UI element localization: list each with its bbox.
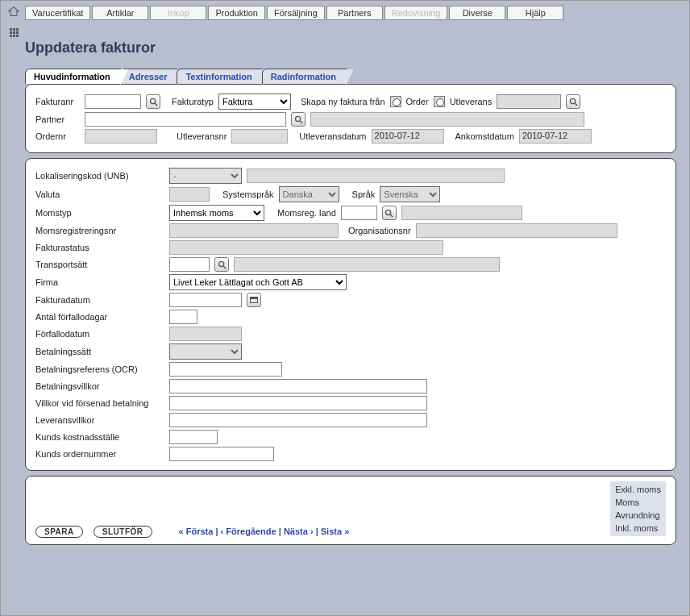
skapa-label: Skapa ny faktura från xyxy=(301,97,385,106)
partner-input[interactable] xyxy=(85,112,286,127)
kunds-kostnad-label: Kunds kostnadsställe xyxy=(35,432,164,442)
transportsatt-lookup[interactable] xyxy=(214,257,229,272)
valuta-display xyxy=(169,187,210,202)
tab-huvudinformation[interactable]: Huvudinformation xyxy=(25,69,121,84)
lokaliseringskod-display xyxy=(247,169,505,183)
firma-select[interactable]: Livet Leker Lättlagat och Gott AB xyxy=(169,274,347,290)
partner-lookup[interactable] xyxy=(291,112,306,127)
fakturadatum-input[interactable] xyxy=(169,293,242,307)
footer-panel: Exkl. moms Moms Avrundning Inkl. moms SP… xyxy=(25,476,676,545)
fakturatyp-label: Fakturatyp xyxy=(172,97,214,106)
pager-last[interactable]: Sista » xyxy=(321,527,349,536)
leveransvillkor-label: Leveransvillkor xyxy=(35,415,164,425)
totals-moms: Moms xyxy=(615,496,661,509)
antal-forfallodagar-input[interactable] xyxy=(169,310,197,324)
home-icon[interactable] xyxy=(7,6,20,19)
utleverans-lookup[interactable] xyxy=(566,94,580,109)
svg-line-3 xyxy=(575,103,577,106)
momsreg-land-display xyxy=(401,206,522,220)
menu-partners[interactable]: Partners xyxy=(326,6,383,20)
menu-hjalp[interactable]: Hjälp xyxy=(507,6,563,20)
forfallodatum-label: Förfallodatum xyxy=(35,329,164,339)
betalningsvillkor-input[interactable] xyxy=(169,379,427,393)
menu-inkop: Inköp xyxy=(150,6,206,20)
order-radio[interactable] xyxy=(390,96,401,107)
kunds-kostnad-input[interactable] xyxy=(169,430,218,444)
page-title: Uppdatera fakturor xyxy=(25,40,684,56)
systemsprak-select: Danska xyxy=(279,186,339,202)
apps-icon[interactable] xyxy=(10,28,19,37)
utleveransdatum-display: 2010-07-12 xyxy=(372,129,444,144)
tab-adresser[interactable]: Adresser xyxy=(120,69,178,84)
spara-button[interactable]: SPARA xyxy=(35,526,83,538)
betalningssatt-select[interactable] xyxy=(169,343,242,360)
villkor-forsenad-input[interactable] xyxy=(169,396,427,410)
svg-point-4 xyxy=(295,116,300,121)
utleveransnr-label: Utleveransnr xyxy=(177,131,227,141)
partner-label: Partner xyxy=(35,114,80,124)
betalningsreferens-input[interactable] xyxy=(169,362,282,377)
momsreg-land-label: Momsreg. land xyxy=(277,208,336,218)
fakturatyp-select[interactable]: Faktura xyxy=(218,94,291,110)
transportsatt-label: Transportsätt xyxy=(35,260,164,269)
antal-forfallodagar-label: Antal förfallodagar xyxy=(35,312,164,322)
organisationsnr-label: Organisationsnr xyxy=(348,226,411,235)
fakturanr-lookup[interactable] xyxy=(146,94,160,109)
header-panel: Fakturanr Fakturatyp Faktura Skapa ny fa… xyxy=(25,84,676,153)
tab-bar: Huvudinformation Adresser Textinformatio… xyxy=(25,66,684,84)
menu-forsaljning[interactable]: Försäljning xyxy=(267,6,325,20)
svg-line-5 xyxy=(300,121,302,123)
fakturadatum-calendar[interactable] xyxy=(247,293,261,307)
slutfor-button[interactable]: SLUTFÖR xyxy=(94,526,152,538)
order-label: Order xyxy=(406,97,429,106)
utleveransdatum-label: Utleveransdatum xyxy=(299,131,366,141)
firma-label: Firma xyxy=(35,277,164,287)
fakturanr-label: Fakturanr xyxy=(35,97,80,106)
svg-point-8 xyxy=(218,261,223,266)
sprak-select: Svenska xyxy=(380,186,440,202)
kunds-ordernr-input[interactable] xyxy=(169,447,274,461)
transportsatt-display xyxy=(234,257,500,272)
fakturastatus-label: Fakturastatus xyxy=(35,243,164,252)
pager-next[interactable]: Nästa › xyxy=(284,527,314,536)
ankomstdatum-label: Ankomstdatum xyxy=(455,131,514,141)
momstyp-select[interactable]: Inhemsk moms xyxy=(169,205,264,221)
momsreg-land-input[interactable] xyxy=(341,206,377,220)
fakturadatum-label: Fakturadatum xyxy=(35,295,164,305)
betalningsreferens-label: Betalningsreferens (OCR) xyxy=(35,364,164,374)
tab-radinformation[interactable]: Radinformation xyxy=(262,69,347,84)
svg-line-1 xyxy=(155,103,157,106)
ordernr-display xyxy=(85,129,157,144)
utleverans-input[interactable] xyxy=(497,94,561,109)
menu-redovisning: Redovisning xyxy=(384,6,448,20)
lokaliseringskod-label: Lokaliseringskod (UNB) xyxy=(35,171,164,181)
tab-textinformation[interactable]: Textinformation xyxy=(177,69,262,84)
momstyp-label: Momstyp xyxy=(35,208,164,218)
totals-exkl: Exkl. moms xyxy=(615,483,661,496)
totals-box: Exkl. moms Moms Avrundning Inkl. moms xyxy=(610,481,666,536)
utleveransnr-display xyxy=(231,129,288,144)
pager-first[interactable]: « Första xyxy=(179,527,214,536)
lokaliseringskod-select[interactable]: - xyxy=(169,168,242,184)
fakturanr-input[interactable] xyxy=(85,94,141,109)
svg-point-2 xyxy=(570,98,575,103)
forfallodatum-display xyxy=(169,327,242,341)
svg-line-7 xyxy=(391,214,393,217)
momsreg-land-lookup[interactable] xyxy=(382,206,397,220)
transportsatt-input[interactable] xyxy=(169,257,210,272)
menu-diverse[interactable]: Diverse xyxy=(449,6,505,20)
leveransvillkor-input[interactable] xyxy=(169,413,427,427)
pager-prev[interactable]: ‹ Föregående xyxy=(221,527,276,536)
pager: « Första | ‹ Föregående | Nästa › | Sist… xyxy=(179,527,350,536)
partner-display xyxy=(310,112,584,127)
utleverans-radio[interactable] xyxy=(434,96,445,107)
menu-artiklar[interactable]: Artiklar xyxy=(92,6,148,20)
valuta-label: Valuta xyxy=(35,189,164,199)
menu-produktion[interactable]: Produktion xyxy=(208,6,265,20)
organisationsnr-display xyxy=(416,223,617,238)
systemsprak-label: Systemspråk xyxy=(222,189,274,199)
ordernr-label: Ordernr xyxy=(35,131,80,141)
menu-varucertifikat[interactable]: Varucertifikat xyxy=(25,6,90,20)
fakturastatus-display xyxy=(169,240,443,255)
betalningssatt-label: Betalningssätt xyxy=(35,347,164,356)
